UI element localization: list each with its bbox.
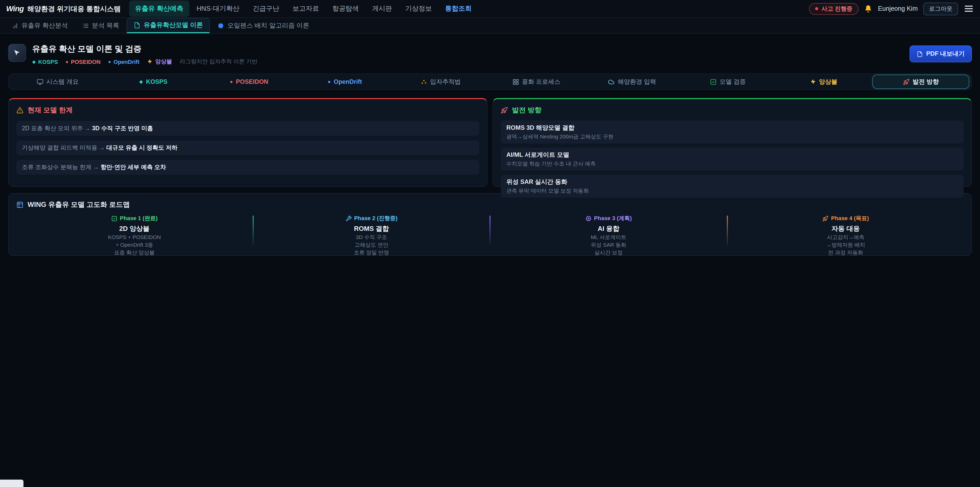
main-menu: 유출유 확산예측 HNS·대기확산 긴급구난 보고자료 항공탐색 게시판 기상정… (129, 0, 809, 17)
roadmap-phase-3: Phase 3 (계획) AI 융합 ML 서로게이트 위성 SAR 동화 실시… (490, 214, 727, 257)
warning-triangle-icon (16, 107, 24, 114)
roadmap-phase-2: Phase 2 (진행중) ROMS 결합 3D 수직 구조 고해상도 연안 조… (253, 214, 490, 257)
roadmap-phase-1: Phase 1 (완료) 2D 앙상블 KOSPS + POSEIDON + O… (16, 214, 252, 257)
phase-4-label: Phase 4 (목표) (728, 214, 964, 222)
rocket-icon (822, 215, 829, 221)
limitations-card-title: 현재 모델 한계 (16, 106, 479, 115)
hamburger-menu-icon[interactable] (964, 4, 974, 13)
ai-chip-icon (585, 215, 592, 221)
pdf-export-button[interactable]: PDF 내보내기 (909, 45, 972, 62)
section-pill-future-direction[interactable]: 발전 방향 (873, 75, 969, 89)
notification-bell-icon[interactable] (864, 5, 872, 13)
top-navbar: Wing 해양환경 위기대응 통합시스템 유출유 확산예측 HNS·대기확산 긴… (0, 0, 980, 18)
page-header: 유출유 확산 모델 이론 및 검증 ◆ KOSPS ● POSEIDON ● O (8, 44, 972, 65)
globe-dot-icon (218, 22, 224, 29)
future-item: AI/ML 서로게이트 모델 수치모델 학습 기반 수초 내 근사 예측 (501, 148, 964, 171)
nav-item-weather-info[interactable]: 기상정보 (399, 0, 438, 17)
future-item: 위성 SAR 실시간 동화 관측 유막 데이터 모델 보정 자동화 (501, 175, 964, 198)
nav-item-report-materials[interactable]: 보고자료 (286, 0, 325, 17)
nav-item-aerial-search[interactable]: 항공탐색 (326, 0, 365, 17)
future-directions-card: 발전 방향 ROMS 3D 해양모델 결합 광역→상세역 Nesting 200… (493, 98, 972, 187)
page-title: 유출유 확산 모델 이론 및 검증 (32, 44, 258, 55)
model-badges: ◆ KOSPS ● POSEIDON ● OpenDrift (32, 58, 258, 65)
section-pill-weathering-process[interactable]: 풍화 프로세스 (488, 74, 584, 89)
roadmap-title: WING 유출유 모델 고도화 로드맵 (16, 200, 964, 209)
rocket-icon (903, 78, 910, 85)
section-pill-kosps[interactable]: ◆ KOSPS (105, 74, 201, 89)
nav-item-bulletin-board[interactable]: 게시판 (366, 0, 398, 17)
poseidon-badge: ● POSEIDON (65, 59, 100, 65)
page-icon-tile (8, 44, 26, 62)
incident-label: 사고 진행중 (821, 5, 853, 13)
tab-label: 유출유 확산분석 (21, 21, 68, 30)
section-pill-ocean-env-input[interactable]: 해양환경 입력 (584, 74, 680, 89)
bottom-left-overlay (0, 479, 24, 487)
limitation-item: 기상해양 결합 피드백 미적용 → 대규모 유출 시 정확도 저하 (16, 141, 479, 155)
particles-icon (420, 78, 427, 85)
nav-item-emergency-rescue[interactable]: 긴급구난 (247, 0, 285, 17)
section-pill-opendrift[interactable]: ● OpenDrift (297, 74, 393, 89)
tab-diffusion-model-theory[interactable]: 유출유확산모델 이론 (127, 18, 210, 33)
roadmap-card: WING 유출유 모델 고도화 로드맵 Phase 1 (완료) 2D 앙상블 … (8, 193, 972, 256)
section-pill-ensemble[interactable]: 앙상블 (776, 74, 872, 89)
blue-dot-icon: ● (328, 80, 331, 84)
opendrift-badge: ● OpenDrift (108, 59, 139, 65)
app-window: Wing 해양환경 위기대응 통합시스템 유출유 확산예측 HNS·대기확산 긴… (0, 0, 980, 487)
monitor-icon (37, 78, 43, 85)
document-icon (134, 22, 141, 29)
cloud-icon (608, 78, 614, 85)
ensemble-badge: 앙상블 (147, 58, 172, 65)
tab-label: 오일펜스 배치 알고리즘 이론 (228, 21, 309, 30)
tab-analysis-list[interactable]: 분석 목록 (76, 18, 126, 33)
tab-oil-fence-algorithm-theory[interactable]: 오일펜스 배치 알고리즘 이론 (211, 18, 316, 33)
tab-label: 분석 목록 (92, 21, 119, 30)
nav-item-integrated-search[interactable]: 통합조회 (439, 0, 478, 17)
incident-status-badge[interactable]: 사고 진행중 (809, 3, 859, 14)
list-icon (82, 22, 89, 29)
section-pill-model-validation[interactable]: 모델 검증 (680, 74, 776, 89)
logout-button[interactable]: 로그아웃 (923, 2, 958, 15)
diamond-icon: ◆ (32, 59, 36, 64)
app-brand[interactable]: Wing 해양환경 위기대응 통합시스템 (6, 4, 129, 14)
section-pill-poseidon[interactable]: ● POSEIDON (201, 74, 297, 89)
incident-dot-icon (815, 7, 818, 10)
future-item: ROMS 3D 해양모델 결합 광역→상세역 Nesting 200m급 고해상… (501, 121, 964, 144)
limitation-item: 2D 표층 확산 모의 위주 → 3D 수직 구조 반영 미흡 (16, 121, 479, 136)
wrench-icon (345, 215, 352, 221)
bar-chart-icon (12, 22, 18, 29)
current-limitations-card: 현재 모델 한계 2D 표층 확산 모의 위주 → 3D 수직 구조 반영 미흡… (8, 98, 487, 187)
pointer-icon (13, 49, 21, 57)
blue-dot-icon: ● (108, 59, 111, 64)
section-pill-system-overview[interactable]: 시스템 개요 (10, 74, 105, 89)
rocket-icon (501, 107, 508, 114)
check-square-icon (710, 78, 717, 85)
phase-2-label: Phase 2 (진행중) (253, 214, 490, 222)
future-card-title: 발전 방향 (501, 106, 964, 115)
sub-tabbar: 유출유 확산분석 분석 목록 유출유확산모델 이론 오일펜스 배치 알고리즘 이… (0, 18, 980, 34)
phase-1-label: Phase 1 (완료) (16, 214, 252, 222)
main-content: 유출유 확산 모델 이론 및 검증 ◆ KOSPS ● POSEIDON ● O (0, 44, 980, 256)
nav-item-hns-air-diffusion[interactable]: HNS·대기확산 (190, 0, 245, 17)
tab-label: 유출유확산모델 이론 (144, 21, 203, 30)
app-logo: Wing (6, 4, 24, 13)
grid-table-icon (16, 201, 24, 208)
check-square-icon (111, 215, 118, 221)
kosps-badge: ◆ KOSPS (32, 59, 58, 65)
navbar-right-cluster: 사고 진행중 Eunjeong Kim 로그아웃 (809, 2, 974, 15)
user-name: Eunjeong Kim (878, 5, 918, 12)
diamond-icon: ◆ (139, 80, 143, 84)
phase-3-label: Phase 3 (계획) (490, 214, 727, 222)
roadmap-phases: Phase 1 (완료) 2D 앙상블 KOSPS + POSEIDON + O… (16, 214, 964, 257)
red-dot-icon: ● (65, 59, 68, 64)
section-nav: 시스템 개요 ◆ KOSPS ● POSEIDON ● OpenDrift (8, 73, 972, 90)
theory-note: 라그랑지안 입자추적 이론 기반 (180, 58, 257, 65)
tab-oil-spill-analysis[interactable]: 유출유 확산분석 (5, 18, 75, 33)
red-dot-icon: ● (230, 80, 233, 84)
section-pill-particle-tracking[interactable]: 입자추적법 (393, 74, 488, 89)
lightning-icon (810, 79, 816, 85)
roadmap-phase-4: Phase 4 (목표) 자동 대응 사고감지→예측 →방제자원 배치 전 과정… (728, 214, 964, 257)
limitation-item: 조류 조화상수 분해능 한계 → 항만·연안 세부 예측 오차 (16, 160, 479, 175)
grid-icon (512, 78, 519, 85)
cards-row: 현재 모델 한계 2D 표층 확산 모의 위주 → 3D 수직 구조 반영 미흡… (8, 98, 972, 187)
nav-item-oil-spill-forecast[interactable]: 유출유 확산예측 (129, 0, 189, 17)
